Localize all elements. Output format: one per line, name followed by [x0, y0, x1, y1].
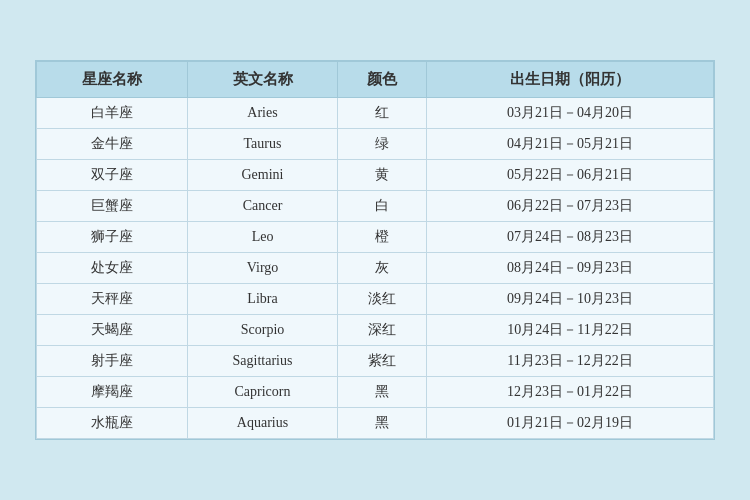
header-english-name: 英文名称: [187, 62, 338, 98]
cell-row3-col1: Cancer: [187, 191, 338, 222]
cell-row5-col2: 灰: [338, 253, 427, 284]
cell-row6-col0: 天秤座: [37, 284, 188, 315]
cell-row10-col3: 01月21日－02月19日: [427, 408, 714, 439]
table-row: 处女座Virgo灰08月24日－09月23日: [37, 253, 714, 284]
table-row: 摩羯座Capricorn黑12月23日－01月22日: [37, 377, 714, 408]
cell-row6-col2: 淡红: [338, 284, 427, 315]
cell-row3-col3: 06月22日－07月23日: [427, 191, 714, 222]
table-row: 天蝎座Scorpio深红10月24日－11月22日: [37, 315, 714, 346]
table-row: 射手座Sagittarius紫红11月23日－12月22日: [37, 346, 714, 377]
table-body: 白羊座Aries红03月21日－04月20日金牛座Taurus绿04月21日－0…: [37, 98, 714, 439]
cell-row0-col3: 03月21日－04月20日: [427, 98, 714, 129]
cell-row2-col1: Gemini: [187, 160, 338, 191]
zodiac-table: 星座名称 英文名称 颜色 出生日期（阳历） 白羊座Aries红03月21日－04…: [36, 61, 714, 439]
cell-row8-col1: Sagittarius: [187, 346, 338, 377]
table-row: 天秤座Libra淡红09月24日－10月23日: [37, 284, 714, 315]
header-birthdate: 出生日期（阳历）: [427, 62, 714, 98]
cell-row7-col0: 天蝎座: [37, 315, 188, 346]
cell-row4-col1: Leo: [187, 222, 338, 253]
cell-row5-col1: Virgo: [187, 253, 338, 284]
cell-row8-col2: 紫红: [338, 346, 427, 377]
cell-row8-col3: 11月23日－12月22日: [427, 346, 714, 377]
cell-row1-col1: Taurus: [187, 129, 338, 160]
cell-row6-col3: 09月24日－10月23日: [427, 284, 714, 315]
cell-row10-col2: 黑: [338, 408, 427, 439]
table-header-row: 星座名称 英文名称 颜色 出生日期（阳历）: [37, 62, 714, 98]
cell-row8-col0: 射手座: [37, 346, 188, 377]
cell-row4-col2: 橙: [338, 222, 427, 253]
cell-row7-col2: 深红: [338, 315, 427, 346]
cell-row7-col3: 10月24日－11月22日: [427, 315, 714, 346]
cell-row1-col2: 绿: [338, 129, 427, 160]
cell-row1-col3: 04月21日－05月21日: [427, 129, 714, 160]
cell-row10-col1: Aquarius: [187, 408, 338, 439]
cell-row4-col0: 狮子座: [37, 222, 188, 253]
cell-row9-col0: 摩羯座: [37, 377, 188, 408]
header-chinese-name: 星座名称: [37, 62, 188, 98]
cell-row0-col1: Aries: [187, 98, 338, 129]
table-row: 水瓶座Aquarius黑01月21日－02月19日: [37, 408, 714, 439]
cell-row2-col2: 黄: [338, 160, 427, 191]
cell-row9-col2: 黑: [338, 377, 427, 408]
table-row: 狮子座Leo橙07月24日－08月23日: [37, 222, 714, 253]
cell-row3-col0: 巨蟹座: [37, 191, 188, 222]
cell-row9-col1: Capricorn: [187, 377, 338, 408]
zodiac-table-container: 星座名称 英文名称 颜色 出生日期（阳历） 白羊座Aries红03月21日－04…: [35, 60, 715, 440]
cell-row5-col0: 处女座: [37, 253, 188, 284]
cell-row5-col3: 08月24日－09月23日: [427, 253, 714, 284]
cell-row7-col1: Scorpio: [187, 315, 338, 346]
table-row: 白羊座Aries红03月21日－04月20日: [37, 98, 714, 129]
cell-row0-col2: 红: [338, 98, 427, 129]
cell-row3-col2: 白: [338, 191, 427, 222]
cell-row9-col3: 12月23日－01月22日: [427, 377, 714, 408]
header-color: 颜色: [338, 62, 427, 98]
table-row: 双子座Gemini黄05月22日－06月21日: [37, 160, 714, 191]
cell-row10-col0: 水瓶座: [37, 408, 188, 439]
table-row: 金牛座Taurus绿04月21日－05月21日: [37, 129, 714, 160]
cell-row2-col3: 05月22日－06月21日: [427, 160, 714, 191]
cell-row4-col3: 07月24日－08月23日: [427, 222, 714, 253]
table-row: 巨蟹座Cancer白06月22日－07月23日: [37, 191, 714, 222]
cell-row1-col0: 金牛座: [37, 129, 188, 160]
cell-row2-col0: 双子座: [37, 160, 188, 191]
cell-row0-col0: 白羊座: [37, 98, 188, 129]
cell-row6-col1: Libra: [187, 284, 338, 315]
